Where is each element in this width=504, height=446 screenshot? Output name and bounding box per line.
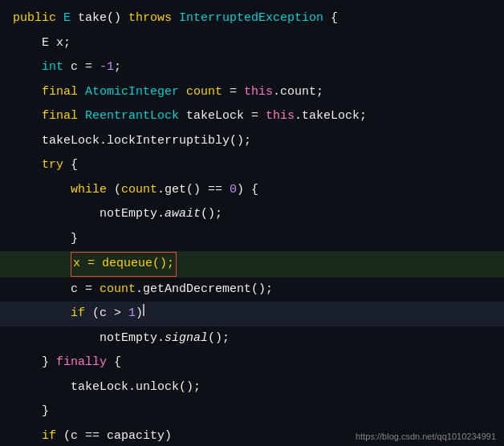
highlighted-statement: x = dequeue(); [71, 252, 177, 277]
code-token: (c > [92, 302, 128, 326]
code-line: while (count.get() == 0) { [0, 178, 504, 203]
code-token: notEmpty. [13, 327, 165, 351]
code-token: 0 [230, 179, 237, 202]
code-token: takeLock.lockInterruptibly(); [13, 130, 251, 153]
code-line: try { [0, 153, 504, 178]
code-token [13, 179, 71, 202]
code-token: { [114, 351, 121, 375]
code-line: takeLock.unlock(); [0, 375, 504, 400]
code-token: int [42, 56, 71, 79]
code-token: this [244, 81, 273, 104]
code-token: take [78, 7, 107, 30]
code-token: ) { [237, 179, 258, 202]
code-token: takeLock = [186, 105, 266, 128]
code-token: InterruptedException [179, 7, 331, 30]
code-token: = [222, 81, 244, 104]
code-line: takeLock.lockInterruptibly(); [0, 129, 504, 154]
code-line: notEmpty.await(); [0, 202, 504, 227]
code-token: -1 [100, 56, 114, 79]
code-token: .getAndDecrement(); [136, 278, 273, 302]
code-token: (); [208, 327, 230, 351]
code-content: public E take() throws InterruptedExcept… [0, 6, 504, 446]
code-token: .count; [273, 81, 323, 104]
code-token [13, 154, 42, 177]
code-token: E [63, 7, 78, 30]
code-token: await [165, 203, 201, 226]
code-token: } [13, 351, 56, 375]
code-token: ( [114, 179, 121, 202]
code-token: ; [114, 56, 121, 79]
code-token: ) [136, 302, 143, 326]
code-token: finally [56, 351, 114, 375]
code-token: () [107, 7, 128, 30]
code-token: 1 [128, 302, 136, 326]
code-token: } [13, 400, 49, 424]
code-line: c = count.getAndDecrement(); [0, 278, 504, 302]
code-token: .get() == [157, 179, 230, 202]
watermark: https://blog.csdn.net/qq1010234991 [356, 432, 496, 441]
code-token: } [13, 228, 78, 251]
code-token: count [186, 81, 222, 104]
code-token: (); [201, 203, 222, 226]
code-editor: public E take() throws InterruptedExcept… [0, 0, 504, 446]
code-token: while [71, 179, 114, 202]
code-token [13, 81, 42, 104]
code-line: } [0, 227, 504, 252]
code-token: throws [128, 7, 179, 30]
code-token: c = [71, 56, 100, 79]
code-line: x = dequeue(); [0, 251, 504, 278]
code-line: E x; [0, 31, 504, 56]
code-token: final [42, 105, 85, 128]
code-line: notEmpty.signal(); [0, 326, 504, 351]
code-token: takeLock.unlock(); [13, 376, 201, 399]
code-token: notEmpty. [13, 203, 165, 226]
code-token [13, 425, 42, 447]
code-line: final ReentrantLock takeLock = this.take… [0, 104, 504, 129]
code-line: } [0, 399, 504, 424]
text-cursor [143, 304, 144, 316]
code-token: if [71, 302, 92, 326]
code-line: final AtomicInteger count = this.count; [0, 80, 504, 105]
code-line: public E take() throws InterruptedExcept… [0, 6, 504, 31]
code-token: ReentrantLock [85, 105, 186, 128]
code-line: if (c > 1) [0, 302, 504, 326]
code-token: final [42, 81, 85, 104]
code-token: .takeLock; [295, 105, 367, 128]
code-token [13, 253, 71, 276]
code-token: AtomicInteger [85, 81, 186, 104]
code-token: { [331, 7, 338, 30]
code-token: count [121, 179, 157, 202]
code-token: signal [165, 327, 208, 351]
code-token: c = [13, 278, 100, 302]
code-token: count [100, 278, 136, 302]
code-token [13, 302, 71, 326]
code-token [13, 56, 42, 79]
code-token: try [42, 154, 71, 177]
code-token: this [266, 105, 295, 128]
code-token [13, 105, 42, 128]
code-line: int c = -1; [0, 55, 504, 80]
code-token: (c == capacity) [63, 425, 172, 447]
code-line: } finally { [0, 351, 504, 375]
code-token: public [13, 7, 63, 30]
code-token: { [71, 154, 78, 177]
code-token: E x; [13, 32, 71, 55]
code-token: if [42, 425, 63, 447]
